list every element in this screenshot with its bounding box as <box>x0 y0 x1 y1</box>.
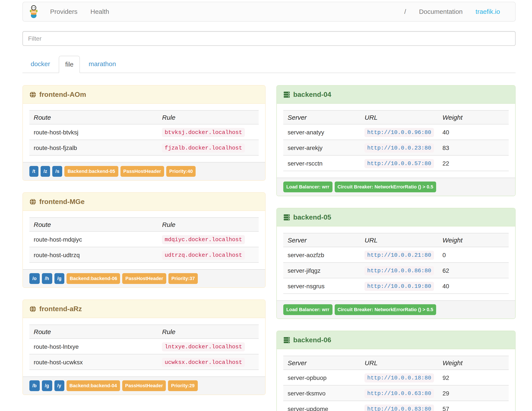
frontend-panel: frontend-MGeRouteRuleroute-host-mdqiycmd… <box>22 192 266 288</box>
backend-badge: Circuit Breaker: NetworkErrorRatio () > … <box>334 182 436 192</box>
route-name: route-host-fjzalb <box>29 140 158 155</box>
servers-table: ServerURLWeightserver-aozfzbhttp://10.0.… <box>283 233 509 294</box>
server-row: server-aozfzbhttp://10.0.0.21:800 <box>283 247 509 263</box>
backend-name: backend-06 <box>293 336 331 344</box>
nav-link-documentation[interactable]: Documentation <box>413 2 469 21</box>
globe-icon <box>29 305 36 312</box>
tab-file[interactable]: file <box>59 56 80 73</box>
rule-cell: fjzalb.docker.localhost <box>158 140 259 155</box>
route-row: route-host-btvksjbtvksj.docker.localhost <box>29 124 259 140</box>
server-row: server-anatyyhttp://10.0.0.96:8040 <box>283 124 509 140</box>
rule-cell: udtrzq.docker.localhost <box>158 247 259 263</box>
server-weight: 83 <box>438 140 509 155</box>
rule-cell: ucwksx.docker.localhost <box>158 354 259 370</box>
server-weight: 29 <box>438 385 509 401</box>
filter-input[interactable] <box>22 31 516 46</box>
server-name: server-tksmvo <box>283 385 360 401</box>
route-row: route-host-fjzalbfjzalb.docker.localhost <box>29 140 259 155</box>
server-row: server-rscctnhttp://10.0.0.57:8022 <box>283 155 509 171</box>
frontend-panel: frontend-aRzRouteRuleroute-host-lntxyeln… <box>22 300 266 395</box>
rule-code: mdqiyc.docker.localhost <box>162 235 245 244</box>
entrypoint-badge: /g <box>54 273 65 284</box>
backend-panel: backend-05ServerURLWeightserver-aozfzbht… <box>276 208 516 319</box>
setting-badge: Backend:backend-05 <box>65 166 118 177</box>
server-row: server-tksmvohttp://10.0.0.63:8029 <box>283 385 509 401</box>
server-weight: 40 <box>438 124 509 140</box>
server-url-cell: http://10.0.0.21:80 <box>360 247 438 263</box>
server-weight: 57 <box>438 401 509 411</box>
frontend-panel-heading: frontend-MGe <box>23 193 265 211</box>
tab-marathon[interactable]: marathon <box>82 55 123 73</box>
backend-panel-body: ServerURLWeightserver-aozfzbhttp://10.0.… <box>277 226 515 300</box>
server-url-code: http://10.0.0.19:80 <box>365 282 434 291</box>
routes-table-header-row: RouteRule <box>29 110 259 124</box>
backend-panel: backend-04ServerURLWeightserver-anatyyht… <box>276 85 516 196</box>
setting-badge: PassHostHeader <box>122 380 166 391</box>
frontend-panel: frontend-AOmRouteRuleroute-host-btvksjbt… <box>22 85 266 181</box>
server-weight: 92 <box>438 370 509 385</box>
frontend-panel-body: RouteRuleroute-host-lntxyelntxye.docker.… <box>23 318 265 376</box>
route-name: route-host-lntxye <box>29 339 158 354</box>
frontend-panel-footer: /b/g/yBackend:backend-04PassHostHeaderPr… <box>23 376 265 395</box>
server-url-link[interactable]: http://10.0.0.63:80 <box>367 390 431 397</box>
entrypoint-badge: /t <box>29 166 38 177</box>
route-name: route-host-ucwksx <box>29 354 158 370</box>
server-url-code: http://10.0.0.96:80 <box>365 128 434 137</box>
frontend-panel-footer: /t/z/sBackend:backend-05PassHostHeaderPr… <box>23 162 265 180</box>
server-row: server-arekjyhttp://10.0.0.23:8083 <box>283 140 509 155</box>
frontend-name: frontend-aRz <box>39 305 82 313</box>
server-url-link[interactable]: http://10.0.0.19:80 <box>367 283 431 290</box>
entrypoint-badge: /o <box>29 273 40 284</box>
column-header-url: URL <box>360 233 438 247</box>
column-header-server: Server <box>283 356 360 370</box>
frontend-panel-heading: frontend-aRz <box>23 300 265 318</box>
column-header-route: Route <box>29 110 158 124</box>
server-url-link[interactable]: http://10.0.0.23:80 <box>367 145 431 151</box>
server-url-cell: http://10.0.0.63:80 <box>360 385 438 401</box>
nav-link-health[interactable]: Health <box>84 2 116 21</box>
server-row: server-nsgrushttp://10.0.0.19:8040 <box>283 278 509 294</box>
backends-column: backend-04ServerURLWeightserver-anatyyht… <box>276 85 516 411</box>
column-header-url: URL <box>360 356 438 370</box>
column-header-url: URL <box>360 110 438 124</box>
server-url-cell: http://10.0.0.83:80 <box>360 401 438 411</box>
navbar-left-links: ProvidersHealth <box>44 2 115 21</box>
nav-link-traefik-io[interactable]: traefik.io <box>469 2 506 21</box>
rule-code: udtrzq.docker.localhost <box>162 251 245 260</box>
server-icon <box>283 91 290 98</box>
routes-table: RouteRuleroute-host-btvksjbtvksj.docker.… <box>29 110 259 156</box>
server-url-link[interactable]: http://10.0.0.86:80 <box>367 267 431 274</box>
backend-badge: Load Balancer: wrr <box>283 304 332 315</box>
server-url-cell: http://10.0.0.96:80 <box>360 124 438 140</box>
server-url-cell: http://10.0.0.18:80 <box>360 370 438 385</box>
nav-link-providers[interactable]: Providers <box>44 2 84 21</box>
backend-panel-heading: backend-04 <box>277 86 515 104</box>
server-url-cell: http://10.0.0.23:80 <box>360 140 438 155</box>
server-url-link[interactable]: http://10.0.0.21:80 <box>367 252 431 258</box>
traefik-logo[interactable] <box>30 5 38 19</box>
server-icon <box>283 336 290 343</box>
nav-link-slash[interactable]: / <box>398 2 412 21</box>
entrypoint-badge: /z <box>40 166 50 177</box>
column-header-server: Server <box>283 110 360 124</box>
server-url-link[interactable]: http://10.0.0.57:80 <box>367 160 431 167</box>
server-icon <box>283 214 290 221</box>
server-url-link[interactable]: http://10.0.0.18:80 <box>367 375 431 381</box>
setting-badge: Backend:backend-06 <box>67 273 120 284</box>
route-row: route-host-udtrzqudtrzq.docker.localhost <box>29 247 259 263</box>
server-url-link[interactable]: http://10.0.0.96:80 <box>367 129 431 136</box>
rule-code: btvksj.docker.localhost <box>162 128 245 137</box>
entrypoint-badge: /g <box>42 380 52 391</box>
server-weight: 62 <box>438 263 509 278</box>
tab-docker[interactable]: docker <box>24 55 57 73</box>
frontend-name: frontend-AOm <box>39 90 86 98</box>
rule-cell: btvksj.docker.localhost <box>158 124 259 140</box>
backend-badge: Circuit Breaker: NetworkErrorRatio () > … <box>334 304 436 315</box>
server-url-link[interactable]: http://10.0.0.83:80 <box>367 406 431 411</box>
server-url-code: http://10.0.0.63:80 <box>365 389 434 398</box>
server-url-cell: http://10.0.0.86:80 <box>360 263 438 278</box>
traefik-dashboard: ProvidersHealth /Documentationtraefik.io… <box>0 0 532 411</box>
navbar-right-links: /Documentationtraefik.io <box>398 2 506 21</box>
server-row: server-opbuophttp://10.0.0.18:8092 <box>283 370 509 385</box>
frontend-panel-body: RouteRuleroute-host-btvksjbtvksj.docker.… <box>23 104 265 162</box>
